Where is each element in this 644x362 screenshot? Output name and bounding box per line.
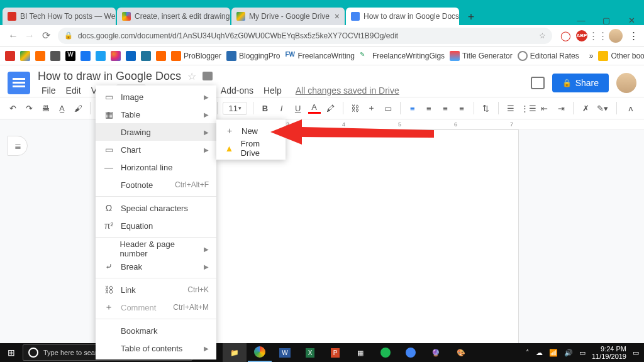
doc-title[interactable]: How to draw in Google Docs bbox=[38, 70, 181, 83]
tab-2[interactable]: My Drive - Google Drive× bbox=[231, 8, 345, 25]
text-color-icon[interactable]: A bbox=[308, 102, 321, 114]
share-button[interactable]: Share bbox=[552, 74, 609, 92]
menu-edit[interactable]: Edit bbox=[62, 84, 85, 97]
bulleted-list-icon[interactable]: ⋮☰ bbox=[521, 104, 535, 113]
taskbar-clock[interactable]: 9:24 PM11/19/2019 bbox=[592, 345, 626, 360]
outline-toggle[interactable]: ≣ bbox=[8, 136, 28, 156]
insert-special-characters[interactable]: ΩSpecial characters bbox=[96, 199, 216, 217]
chrome-menu-icon[interactable]: ⋮ bbox=[628, 30, 639, 41]
bookmark-item[interactable] bbox=[141, 51, 151, 61]
minimize-button[interactable]: — bbox=[569, 16, 594, 25]
save-status[interactable]: All changes saved in Drive bbox=[292, 84, 403, 97]
numbered-list-icon[interactable]: ☰ bbox=[504, 104, 517, 113]
bookmark-problogger[interactable]: ProBlogger bbox=[171, 51, 221, 61]
star-doc-icon[interactable]: ☆ bbox=[187, 70, 196, 82]
taskbar-app-spotify[interactable] bbox=[374, 343, 397, 362]
close-tab-icon[interactable]: × bbox=[331, 11, 340, 21]
insert-image-icon[interactable]: ▭ bbox=[382, 104, 394, 113]
ext-icon-abp[interactable]: ABP bbox=[576, 30, 587, 41]
line-spacing-icon[interactable]: ⇅ bbox=[480, 104, 492, 113]
spellcheck-icon[interactable]: A̲ bbox=[55, 104, 68, 113]
insert-horizontal-line[interactable]: —Horizontal line bbox=[96, 158, 216, 176]
tray-volume-icon[interactable]: 🔊 bbox=[564, 349, 573, 357]
docs-logo-icon[interactable] bbox=[8, 72, 30, 94]
taskbar-app[interactable] bbox=[399, 343, 423, 362]
bookmark-item[interactable] bbox=[111, 51, 121, 61]
bookmark-titlegen[interactable]: Title Generator bbox=[450, 51, 513, 61]
print-icon[interactable]: 🖶 bbox=[39, 104, 52, 113]
clear-format-icon[interactable]: ✗ bbox=[579, 104, 592, 113]
align-center-icon[interactable]: ≡ bbox=[423, 104, 435, 113]
url-input[interactable]: 🔒 docs.google.com/document/d/1AnSU34UqhV… bbox=[58, 28, 552, 44]
insert-footnote[interactable]: FootnoteCtrl+Alt+F bbox=[96, 176, 216, 194]
font-size-input[interactable]: 11▾ bbox=[223, 102, 247, 115]
bookmark-editorial[interactable]: Editorial Rates bbox=[518, 51, 579, 61]
insert-comment-icon[interactable]: ＋ bbox=[365, 102, 378, 114]
bookmark-fwg[interactable]: ✎FreelanceWritingGigs bbox=[360, 51, 445, 61]
taskbar-app-word[interactable]: W bbox=[273, 343, 297, 362]
bookmark-item[interactable] bbox=[80, 51, 91, 61]
taskbar-app-ppt[interactable]: P bbox=[323, 343, 347, 362]
insert-comment[interactable]: ＋CommentCtrl+Alt+M bbox=[96, 299, 216, 316]
insert-chart[interactable]: ▭Chart▶ bbox=[96, 141, 216, 158]
comments-icon[interactable] bbox=[531, 77, 545, 89]
menu-file[interactable]: File bbox=[38, 84, 60, 97]
taskbar-app[interactable]: 🎨 bbox=[449, 343, 473, 362]
close-window-button[interactable]: ✕ bbox=[619, 16, 644, 25]
move-doc-icon[interactable] bbox=[203, 72, 213, 80]
bookmarks-overflow[interactable]: » bbox=[589, 52, 594, 60]
tray-chevron-icon[interactable]: ˄ bbox=[526, 349, 530, 357]
tab-3-active[interactable]: How to draw in Google Docs - G× bbox=[346, 8, 459, 25]
insert-break[interactable]: ⤶Break▶ bbox=[96, 258, 216, 275]
tab-0[interactable]: BI Tech How To posts — Week of× bbox=[3, 8, 116, 25]
bookmark-item[interactable] bbox=[50, 51, 60, 61]
bookmark-item[interactable] bbox=[96, 51, 106, 61]
bookmark-item[interactable] bbox=[35, 51, 45, 61]
bookmark-star-icon[interactable]: ☆ bbox=[539, 31, 546, 40]
ext-icon-1[interactable]: ◯ bbox=[560, 30, 571, 41]
profile-avatar[interactable] bbox=[609, 29, 623, 43]
bookmark-freelancewriting[interactable]: FWFreelanceWriting bbox=[285, 51, 354, 61]
taskbar-app-excel[interactable]: X bbox=[298, 343, 322, 362]
insert-link[interactable]: ⛓LinkCtrl+K bbox=[96, 281, 216, 299]
tray-cloud-icon[interactable]: ☁ bbox=[536, 349, 543, 357]
taskbar-app-chrome[interactable] bbox=[248, 343, 272, 362]
insert-table-of-contents[interactable]: Table of contents▶ bbox=[96, 339, 216, 357]
bookmark-bloggingpro[interactable]: BloggingPro bbox=[226, 51, 280, 61]
back-button[interactable]: ← bbox=[5, 30, 21, 41]
taskbar-app[interactable]: 🔮 bbox=[424, 343, 448, 362]
underline-icon[interactable]: U bbox=[292, 104, 304, 113]
bookmark-item[interactable]: W bbox=[65, 51, 75, 61]
insert-link-icon[interactable]: ⛓ bbox=[349, 104, 362, 113]
bookmark-item[interactable] bbox=[156, 51, 166, 61]
insert-image[interactable]: ▭Image▶ bbox=[96, 88, 216, 106]
tray-lang-icon[interactable]: ▭ bbox=[579, 349, 586, 357]
insert-header-page-number[interactable]: Header & page number▶ bbox=[96, 240, 216, 258]
menu-help[interactable]: Help bbox=[260, 84, 286, 97]
account-avatar[interactable] bbox=[616, 73, 636, 93]
insert-drawing[interactable]: Drawing▶ bbox=[96, 123, 216, 141]
bookmark-item[interactable] bbox=[20, 51, 30, 61]
insert-equation[interactable]: π²Equation bbox=[96, 217, 216, 234]
reload-button[interactable]: ⟳ bbox=[38, 30, 54, 41]
tray-wifi-icon[interactable]: 📶 bbox=[549, 349, 558, 357]
bookmark-item[interactable] bbox=[126, 51, 136, 61]
increase-indent-icon[interactable]: ⇥ bbox=[555, 104, 567, 113]
insert-bookmark[interactable]: Bookmark bbox=[96, 322, 216, 339]
tray-notifications-icon[interactable]: ▭ bbox=[633, 349, 639, 357]
paint-format-icon[interactable]: 🖌 bbox=[72, 104, 84, 113]
align-left-icon[interactable]: ≡ bbox=[406, 104, 419, 113]
menu-addons[interactable]: Add-ons bbox=[217, 84, 257, 97]
edit-mode-icon[interactable]: ✎▾ bbox=[596, 104, 609, 113]
highlight-icon[interactable]: 🖍 bbox=[325, 104, 337, 113]
tab-1[interactable]: Create, insert & edit drawings -× bbox=[117, 8, 230, 25]
redo-icon[interactable]: ↷ bbox=[23, 104, 35, 113]
start-button[interactable]: ⊞ bbox=[0, 348, 23, 358]
bookmark-item[interactable] bbox=[5, 51, 15, 61]
taskbar-app[interactable]: 📁 bbox=[223, 343, 247, 362]
align-right-icon[interactable]: ≡ bbox=[439, 104, 452, 113]
other-bookmarks[interactable]: Other bookmarks bbox=[598, 51, 644, 61]
ext-icon-3[interactable]: ⋮⋮ bbox=[592, 30, 604, 41]
taskbar-app-calc[interactable]: ▦ bbox=[348, 343, 372, 362]
bold-icon[interactable]: B bbox=[258, 104, 271, 113]
